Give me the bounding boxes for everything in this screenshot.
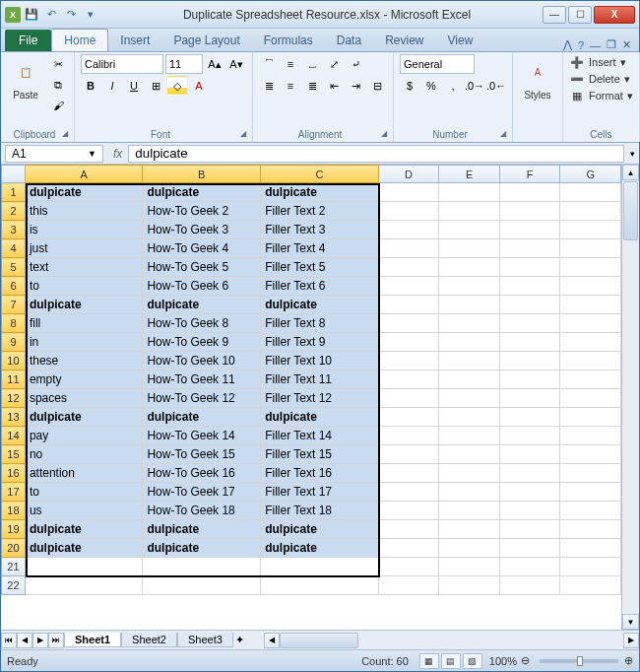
cell-E13[interactable]	[439, 408, 500, 427]
cell-A6[interactable]: to	[25, 277, 142, 296]
align-left-icon[interactable]: ≣	[259, 76, 279, 96]
cell-A10[interactable]: these	[25, 352, 142, 370]
increase-decimal-icon[interactable]: .0→	[465, 76, 484, 96]
cell-D6[interactable]	[378, 277, 439, 296]
align-bottom-icon[interactable]: ⎵	[302, 54, 322, 74]
decrease-indent-icon[interactable]: ⇤	[324, 76, 344, 96]
page-break-view-icon[interactable]: ▧	[463, 653, 482, 669]
cell-D3[interactable]	[378, 221, 439, 239]
insert-cells-button[interactable]: ➕Insert ▾	[569, 54, 633, 70]
cell-G19[interactable]	[560, 520, 621, 539]
cell-G3[interactable]	[560, 221, 621, 239]
currency-icon[interactable]: $	[400, 76, 419, 96]
cell-G17[interactable]	[560, 483, 621, 502]
cell-F1[interactable]	[499, 183, 560, 202]
cut-icon[interactable]: ✂	[48, 54, 68, 74]
cell-C18[interactable]: Filler Text 18	[261, 502, 379, 520]
cell-B16[interactable]: How-To Geek 16	[143, 464, 261, 483]
tab-home[interactable]: Home	[51, 29, 108, 51]
cell-A16[interactable]: attention	[25, 464, 142, 483]
cell-E15[interactable]	[439, 445, 500, 464]
cell-D7[interactable]	[378, 296, 439, 314]
doc-close-icon[interactable]: ✕	[622, 38, 631, 51]
cell-D19[interactable]	[378, 520, 439, 539]
cell-C7[interactable]: dulpicate	[261, 296, 379, 314]
cell-B22[interactable]	[143, 576, 261, 595]
fill-color-button[interactable]: ◇	[167, 76, 187, 96]
cell-E5[interactable]	[439, 258, 500, 277]
row-header-6[interactable]: 6	[2, 277, 26, 296]
cell-G9[interactable]	[560, 333, 621, 352]
cell-B11[interactable]: How-To Geek 11	[143, 370, 261, 389]
cell-E19[interactable]	[439, 520, 500, 539]
horizontal-scrollbar[interactable]: ◀ ▶	[264, 633, 639, 648]
formula-bar[interactable]	[128, 145, 624, 163]
cell-A11[interactable]: empty	[25, 370, 142, 389]
cell-A15[interactable]: no	[25, 445, 142, 464]
row-header-16[interactable]: 16	[2, 464, 26, 483]
cell-D11[interactable]	[378, 370, 439, 389]
sheet-tab-sheet2[interactable]: Sheet2	[121, 633, 177, 647]
cell-G18[interactable]	[560, 502, 621, 520]
row-header-21[interactable]: 21	[2, 558, 26, 576]
decrease-font-icon[interactable]: A▾	[226, 54, 246, 74]
cell-D16[interactable]	[378, 464, 439, 483]
cell-G21[interactable]	[560, 558, 621, 576]
cell-B8[interactable]: How-To Geek 8	[143, 314, 261, 333]
vertical-scroll-thumb[interactable]	[623, 181, 638, 240]
row-header-13[interactable]: 13	[2, 408, 26, 427]
format-painter-icon[interactable]: 🖌	[48, 96, 68, 115]
cell-A21[interactable]	[25, 558, 142, 576]
cell-A17[interactable]: to	[25, 483, 142, 502]
cell-G20[interactable]	[560, 539, 621, 558]
zoom-thumb[interactable]	[577, 656, 583, 666]
cell-D14[interactable]	[378, 427, 439, 445]
row-header-20[interactable]: 20	[2, 539, 26, 558]
cell-E14[interactable]	[439, 427, 500, 445]
align-middle-icon[interactable]: ≡	[281, 54, 300, 74]
cell-B20[interactable]: dulpicate	[143, 539, 261, 558]
cell-D17[interactable]	[378, 483, 439, 502]
cell-G8[interactable]	[560, 314, 621, 333]
cell-E7[interactable]	[439, 296, 500, 314]
row-header-10[interactable]: 10	[2, 352, 26, 370]
row-header-7[interactable]: 7	[2, 296, 26, 314]
alignment-dialog-icon[interactable]: ◢	[381, 129, 387, 138]
cell-F8[interactable]	[499, 314, 560, 333]
align-right-icon[interactable]: ≣	[302, 76, 322, 96]
cell-E9[interactable]	[439, 333, 500, 352]
cell-F5[interactable]	[499, 258, 560, 277]
zoom-out-icon[interactable]: ⊖	[521, 654, 530, 667]
row-header-4[interactable]: 4	[2, 239, 26, 258]
cell-D22[interactable]	[378, 576, 439, 595]
maximize-button[interactable]: ☐	[568, 6, 592, 24]
cell-C17[interactable]: Filler Text 17	[261, 483, 379, 502]
cell-C10[interactable]: Filler Text 10	[261, 352, 379, 370]
cell-E16[interactable]	[439, 464, 500, 483]
cell-B9[interactable]: How-To Geek 9	[143, 333, 261, 352]
cell-A22[interactable]	[25, 576, 142, 595]
row-header-11[interactable]: 11	[2, 370, 26, 389]
tab-next-icon[interactable]: ▶	[32, 633, 48, 648]
row-header-9[interactable]: 9	[2, 333, 26, 352]
cell-B4[interactable]: How-To Geek 4	[143, 239, 261, 258]
minimize-button[interactable]: —	[543, 6, 566, 24]
cell-C19[interactable]: dulpicate	[261, 520, 379, 539]
font-size-select[interactable]	[165, 54, 203, 74]
cell-F9[interactable]	[499, 333, 560, 352]
minimize-ribbon-icon[interactable]: ⋀	[563, 38, 572, 51]
column-header-F[interactable]: F	[499, 166, 560, 183]
column-header-B[interactable]: B	[143, 166, 261, 183]
percent-icon[interactable]: %	[421, 76, 441, 96]
excel-icon[interactable]: X	[5, 7, 21, 23]
number-format-select[interactable]	[400, 54, 475, 74]
row-header-2[interactable]: 2	[2, 202, 26, 221]
cell-D18[interactable]	[378, 502, 439, 520]
cell-F4[interactable]	[499, 239, 560, 258]
cell-B6[interactable]: How-To Geek 6	[143, 277, 261, 296]
cell-D2[interactable]	[378, 202, 439, 221]
cell-E8[interactable]	[439, 314, 500, 333]
help-icon[interactable]: ?	[578, 39, 584, 51]
format-cells-button[interactable]: ▦Format ▾	[569, 88, 633, 103]
zoom-in-icon[interactable]: ⊕	[624, 654, 633, 667]
